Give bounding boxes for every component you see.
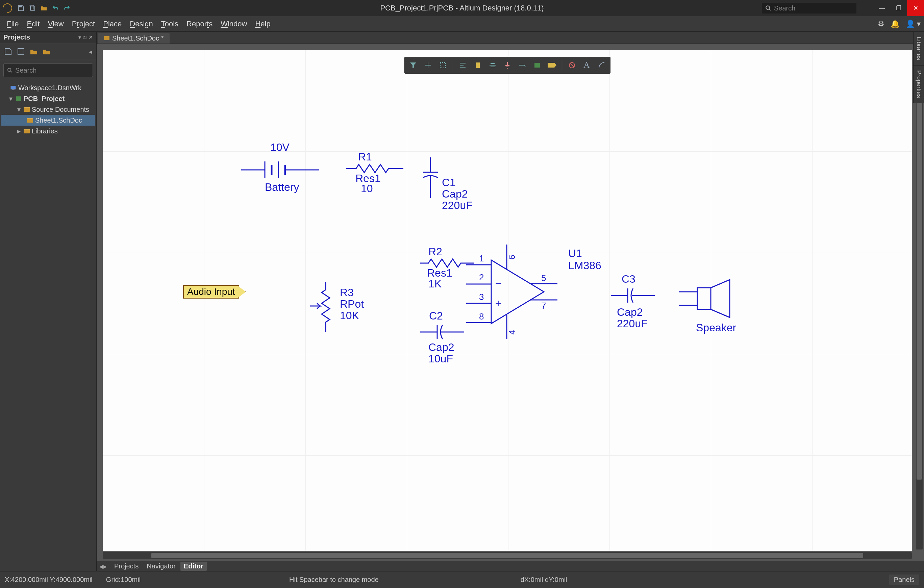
- minimize-button[interactable]: —: [873, 0, 890, 16]
- c3-value[interactable]: 220uF: [617, 318, 648, 330]
- settings-icon[interactable]: ⚙: [878, 20, 884, 28]
- bottom-tab-editor[interactable]: Editor: [180, 562, 207, 571]
- speaker-symbol[interactable]: [679, 278, 740, 319]
- status-grid: Grid:100mil: [106, 576, 140, 584]
- menu-tools[interactable]: Tools: [158, 18, 182, 30]
- panel-pin-icon[interactable]: ⏍: [83, 34, 86, 41]
- c2-name[interactable]: Cap2: [428, 341, 454, 354]
- tree-workspace[interactable]: Workspace1.DsnWrk: [2, 82, 95, 93]
- port-audio-input[interactable]: Audio Input: [183, 285, 239, 298]
- status-coords: X:4200.000mil Y:4900.000mil: [5, 576, 92, 584]
- menu-design[interactable]: Design: [126, 18, 156, 30]
- menu-project[interactable]: Project: [69, 18, 99, 30]
- speaker-name[interactable]: Speaker: [696, 321, 736, 334]
- r3-name[interactable]: RPot: [340, 298, 364, 310]
- u1-designator[interactable]: U1: [568, 247, 582, 260]
- tab-prev-icon[interactable]: ◂: [99, 562, 103, 570]
- search-placeholder: Search: [774, 4, 795, 12]
- open-project-icon[interactable]: [30, 48, 38, 56]
- panel-menu-icon[interactable]: ▾: [78, 34, 81, 41]
- save-icon[interactable]: [18, 5, 24, 12]
- menu-place[interactable]: Place: [100, 18, 125, 30]
- menu-edit[interactable]: Edit: [23, 18, 43, 30]
- u1-pin7[interactable]: 7: [541, 301, 546, 311]
- schematic-content: 10V Battery R1 Res1: [103, 50, 912, 551]
- r1-designator[interactable]: R1: [358, 151, 372, 163]
- c1-symbol[interactable]: [420, 157, 441, 198]
- projects-panel-header: Projects ▾ ⏍ ✕: [0, 32, 96, 43]
- u1-name[interactable]: LM386: [568, 259, 601, 272]
- notifications-icon[interactable]: 🔔: [891, 20, 900, 28]
- c2-symbol[interactable]: [420, 324, 464, 341]
- scrollbar-thumb[interactable]: [151, 553, 863, 558]
- compile-icon[interactable]: [17, 48, 25, 56]
- projects-search[interactable]: Search: [3, 64, 93, 77]
- r2-value[interactable]: 1K: [428, 278, 442, 290]
- horizontal-scrollbar[interactable]: [103, 552, 912, 559]
- maximize-button[interactable]: ❐: [890, 0, 907, 16]
- u1-pin3[interactable]: 3: [479, 292, 484, 302]
- status-hint: Hit Spacebar to change mode: [289, 576, 379, 584]
- projects-panel: Projects ▾ ⏍ ✕ ◂ Search Workspace1.DsnWr…: [0, 32, 97, 571]
- tab-next-icon[interactable]: ▸: [103, 562, 107, 570]
- menu-view[interactable]: View: [44, 18, 67, 30]
- add-to-project-icon[interactable]: [43, 48, 51, 56]
- editor-area: Sheet1.SchDoc *: [97, 32, 924, 571]
- menu-help[interactable]: Help: [252, 18, 274, 30]
- scrollbar-thumb[interactable]: [917, 50, 922, 479]
- c1-value[interactable]: 220uF: [442, 199, 473, 212]
- u1-pin4[interactable]: 4: [507, 329, 517, 334]
- vertical-scrollbar[interactable]: [916, 50, 922, 550]
- battery-designator[interactable]: 10V: [270, 141, 290, 154]
- status-bar: X:4200.000mil Y:4900.000mil Grid:100mil …: [0, 571, 924, 588]
- c2-value[interactable]: 10uF: [428, 352, 453, 365]
- collapse-panel-icon[interactable]: ◂: [89, 48, 92, 56]
- r2-designator[interactable]: R2: [428, 245, 442, 258]
- svg-rect-41: [697, 288, 711, 310]
- tree-project[interactable]: ▾ PCB_Project: [2, 93, 95, 104]
- tab-sheet1[interactable]: Sheet1.SchDoc *: [98, 33, 170, 44]
- c3-name[interactable]: Cap2: [617, 306, 643, 318]
- c3-designator[interactable]: C3: [622, 273, 635, 285]
- open-folder-icon[interactable]: [41, 5, 47, 12]
- title-bar: PCB_Project1.PrjPCB - Altium Designer (1…: [0, 0, 924, 16]
- r3-value[interactable]: 10K: [340, 310, 359, 322]
- u1-pin6[interactable]: 6: [507, 255, 517, 259]
- r3-designator[interactable]: R3: [340, 287, 354, 299]
- user-icon[interactable]: 👤 ▾: [906, 20, 921, 28]
- panel-close-icon[interactable]: ✕: [89, 34, 93, 41]
- u1-pin8[interactable]: 8: [479, 311, 484, 322]
- tree-libraries[interactable]: ▸ Libraries: [2, 126, 95, 137]
- u1-pin5[interactable]: 5: [541, 273, 546, 283]
- c3-symbol[interactable]: [611, 287, 655, 304]
- c1-name[interactable]: Cap2: [442, 188, 468, 200]
- menu-reports[interactable]: Reports: [183, 18, 216, 30]
- r1-value[interactable]: 10: [361, 182, 373, 195]
- dock-tab-properties[interactable]: Properties: [913, 65, 924, 103]
- r3-symbol[interactable]: [310, 282, 340, 332]
- battery-name[interactable]: Battery: [265, 181, 299, 194]
- global-search[interactable]: Search: [762, 3, 856, 13]
- schematic-canvas[interactable]: A 10V Battery: [103, 50, 912, 551]
- c2-designator[interactable]: C2: [429, 310, 443, 322]
- dock-tab-libraries[interactable]: Libraries: [913, 32, 924, 65]
- battery-symbol[interactable]: [241, 158, 319, 182]
- tree-sheet-selected[interactable]: Sheet1.SchDoc: [2, 115, 95, 126]
- redo-icon[interactable]: [64, 5, 70, 12]
- panels-button[interactable]: Panels: [889, 575, 919, 585]
- u1-pin2[interactable]: 2: [479, 272, 484, 283]
- menu-file[interactable]: File: [3, 18, 22, 30]
- close-button[interactable]: ✕: [907, 0, 924, 16]
- save-all-icon[interactable]: [29, 5, 36, 12]
- menu-window[interactable]: Window: [217, 18, 250, 30]
- tree-source-docs[interactable]: ▾ Source Documents: [2, 104, 95, 115]
- c1-designator[interactable]: C1: [442, 176, 456, 189]
- bottom-tab-projects[interactable]: Projects: [111, 562, 142, 571]
- u1-pin1[interactable]: 1: [479, 253, 484, 264]
- bottom-tab-navigator[interactable]: Navigator: [143, 562, 179, 571]
- project-icon: [16, 96, 21, 102]
- undo-icon[interactable]: [52, 5, 59, 12]
- svg-rect-6: [16, 96, 21, 101]
- save-project-icon[interactable]: [4, 48, 12, 56]
- search-icon: [765, 5, 771, 11]
